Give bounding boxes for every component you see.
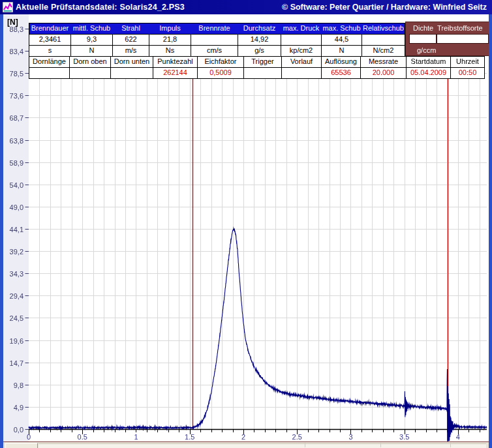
results-header-cell: mittl. Schub xyxy=(71,23,113,35)
results-value-cell: 2,3461 xyxy=(29,35,71,46)
results-unit-cell: N xyxy=(322,46,362,57)
window-right-border xyxy=(489,14,492,448)
settings-value-cell: 65536 xyxy=(322,68,361,79)
settings-header-cell: Eichfaktor xyxy=(198,57,244,68)
results-unit-cell: cm/s xyxy=(191,46,238,57)
density-label: Dichte xyxy=(413,24,433,32)
results-value-cell: 9,3 xyxy=(71,35,113,46)
density-unit: g/ccm xyxy=(417,46,436,54)
settings-value-cell xyxy=(111,68,153,79)
results-unit-cell: N xyxy=(71,46,113,57)
results-value-cell xyxy=(281,35,322,46)
scrollbar-divider xyxy=(305,443,305,447)
settings-header-cell: Startdatum xyxy=(407,57,451,68)
results-unit-cell: kp/cm2 xyxy=(281,46,322,57)
settings-value-cell: 262144 xyxy=(153,68,198,79)
app-icon xyxy=(3,2,13,12)
results-header-cell: max. Druck xyxy=(281,23,322,35)
propellant-panel: Dichte Treibstoffsorte g/ccm xyxy=(405,22,489,56)
settings-value-cell: 20.000 xyxy=(361,68,407,79)
scrollbar-divider xyxy=(450,443,451,447)
results-value-cell: 622 xyxy=(113,35,149,46)
results-unit-cell: Ns xyxy=(149,46,191,57)
settings-table: DornlängeDorn obenDorn untenPunktezahlEi… xyxy=(29,56,485,79)
results-unit-cell: s xyxy=(29,46,71,57)
settings-value-cell: 00:50 xyxy=(451,68,485,79)
application-window: Aktuelle Prüfstandsdatei: Solaris24_2.PS… xyxy=(0,0,492,448)
results-header-cell: Brennrate xyxy=(191,23,238,35)
settings-value-cell: 05.04.2009 xyxy=(407,68,451,79)
settings-header-cell: Punktezahl xyxy=(153,57,198,68)
results-header-cell: Relativschub xyxy=(362,23,405,35)
settings-header-cell: Vorlauf xyxy=(282,57,322,68)
window-title: Aktuelle Prüfstandsdatei: Solaris24_2.PS… xyxy=(16,3,185,12)
settings-header-cell: Uhrzeit xyxy=(451,57,485,68)
results-header-cell: max. Schub xyxy=(322,23,362,35)
propellant-type-label: Treibstoffsorte xyxy=(437,24,483,32)
settings-header-cell: Dornlänge xyxy=(29,57,70,68)
settings-value-cell: 0,5009 xyxy=(198,68,244,79)
settings-value-cell xyxy=(29,68,70,79)
settings-header-cell: Dorn unten xyxy=(111,57,153,68)
settings-header-cell: Auflösung xyxy=(322,57,361,68)
results-unit-cell: m/s xyxy=(113,46,149,57)
propellant-type-input[interactable] xyxy=(437,34,489,44)
results-value-cell: 14,92 xyxy=(238,35,281,46)
results-header-cell: Brenndauer xyxy=(29,23,71,35)
settings-value-cell xyxy=(282,68,322,79)
results-header-cell: Strahl xyxy=(113,23,149,35)
results-value-cell: 44,5 xyxy=(322,35,362,46)
density-input[interactable] xyxy=(409,34,437,44)
results-unit-cell: N/cm2 xyxy=(362,46,405,57)
window-credits: © Software: Peter Quartier / Hardware: W… xyxy=(282,0,487,14)
window-left-border xyxy=(0,14,3,448)
scrollbar-track[interactable] xyxy=(38,443,486,448)
settings-header-cell: Dorn oben xyxy=(70,57,111,68)
bottom-scrollbar[interactable] xyxy=(3,441,489,448)
settings-header-cell: Trigger xyxy=(244,57,282,68)
settings-value-cell xyxy=(70,68,111,79)
title-bar[interactable]: Aktuelle Prüfstandsdatei: Solaris24_2.PS… xyxy=(0,0,492,14)
results-value-cell xyxy=(191,35,238,46)
settings-header-cell: Messrate xyxy=(361,57,407,68)
scrollbar-thumb[interactable] xyxy=(5,443,38,448)
settings-value-cell xyxy=(244,68,282,79)
results-table: Brenndauermittl. SchubStrahlImpulsBrennr… xyxy=(29,23,405,57)
results-value-cell xyxy=(362,35,405,46)
results-value-cell: 21,8 xyxy=(149,35,191,46)
results-unit-cell: g/s xyxy=(238,46,281,57)
results-header-cell: Durchsatz xyxy=(238,23,281,35)
results-header-cell: Impuls xyxy=(149,23,191,35)
scrollbar-divider xyxy=(380,443,381,447)
